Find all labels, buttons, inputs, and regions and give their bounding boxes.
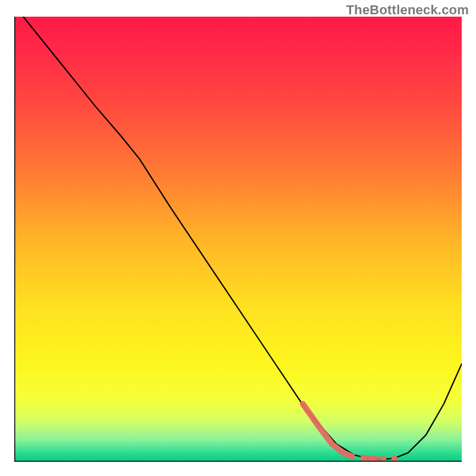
- attribution-label: TheBottleneck.com: [346, 2, 469, 18]
- chart-svg: [14, 17, 462, 462]
- plot-area: [14, 17, 462, 462]
- heatmap-background: [14, 17, 462, 462]
- salmon-dash: [364, 458, 368, 458]
- chart-container: TheBottleneck.com: [0, 0, 476, 476]
